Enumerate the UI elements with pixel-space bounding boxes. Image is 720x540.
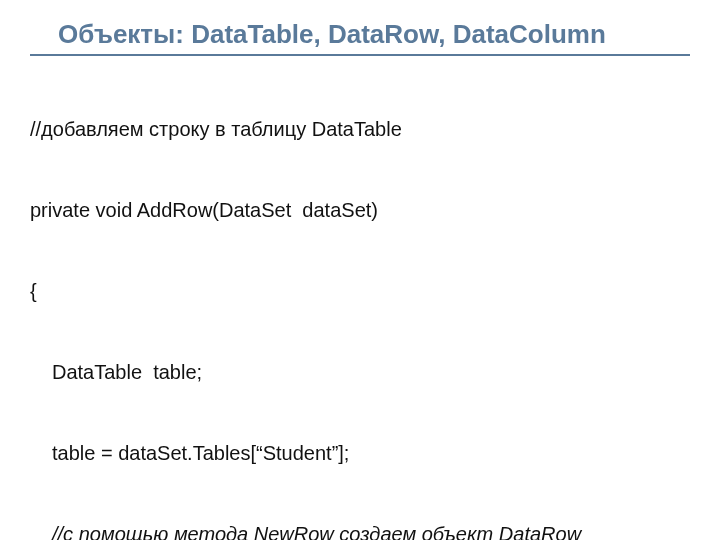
slide-title: Объекты: DataTable, DataRow, DataColumn [30,20,690,50]
code-line: DataTable table; [52,359,690,386]
code-line: table = dataSet.Tables[“Student”]; [52,440,690,467]
code-block: //добавляем строку в таблицу DataTable p… [30,62,690,540]
code-line: { [30,278,690,305]
code-line-comment: //с помощью метода NewRow создаем объект… [52,521,690,540]
title-underline [30,54,690,56]
code-line: private void AddRow(DataSet dataSet) [30,197,690,224]
code-line: //добавляем строку в таблицу DataTable [30,116,690,143]
